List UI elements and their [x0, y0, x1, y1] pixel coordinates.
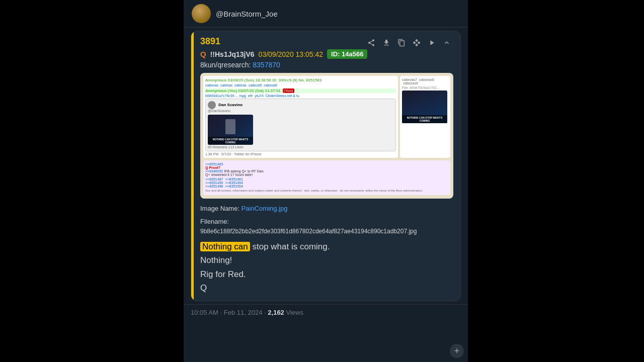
q-ref1: >>8351483: [205, 162, 448, 166]
tweet-name: Dan Scavino: [218, 103, 243, 107]
embedded-screenshot: Anonymous 03/08/20 (Sun) 18:38:56 ID: 30…: [200, 73, 453, 199]
tweet-time: 10:05 AM: [191, 309, 218, 316]
expand-button[interactable]: [425, 36, 438, 49]
post-action-buttons: [365, 36, 453, 49]
user-header: @BrainStorm_Joe: [184, 0, 468, 28]
move-button[interactable]: [410, 36, 423, 49]
right-img-text: NOTHING CAN STOP WHAT'S COMING: [402, 115, 447, 123]
post-text-line2: Nothing!: [200, 254, 453, 267]
board-link: 8kun/qresearch: 8357870: [200, 61, 453, 69]
embed-top-row: Anonymous 03/08/20 (Sun) 18:38:56 ID: 30…: [203, 76, 450, 158]
left-border-accent: [191, 31, 194, 301]
tweet-footer: 10:05 AM · Feb 11, 2024 · 2,162 Views +: [184, 304, 468, 320]
anon1-header: Anonymous 03/08/20 (Sun) 18:38:56 ID: 30…: [205, 78, 396, 82]
tweet-meta: 10:05 AM · Feb 11, 2024 · 2,162 Views: [191, 309, 303, 316]
ref-f: >>8351504: [225, 185, 243, 188]
up-icon: [443, 39, 451, 47]
trump-figure: [208, 117, 253, 137]
page-wrapper: @BrainStorm_Joe 3891: [0, 0, 644, 362]
image-name-label: Image Name:: [200, 205, 239, 212]
tweet-timestamp: 1:38 PM · 5/7/20 · Twitter for iPhone: [205, 152, 396, 156]
q-ref2-line: >>8346092 IFB asking Q+ to RT Dan.: [205, 169, 448, 173]
q-retweet-line: Q+ retweeted it 17 hours later!: [205, 173, 448, 176]
copy-button[interactable]: [395, 36, 408, 49]
download-icon: [382, 39, 390, 47]
ref-a: >>8351487: [205, 177, 223, 181]
post-text-line1: Nothing can stop what is coming.: [200, 240, 453, 253]
tweet-embed: Dan Scavino @DanScavino NOTHING CAN STOP…: [205, 99, 396, 151]
tweet-sep1: ·: [220, 309, 222, 316]
up-button[interactable]: [440, 36, 453, 49]
trump-img-text: NOTHING CAN STOP WHAT'S COMING: [208, 137, 253, 145]
q-note: IFB asking Q+ to RT Dan.: [224, 169, 264, 173]
q-identity-line: Q !!Hs1Jq13jV6 03/09/2020 13:05:42 ID: 1…: [200, 49, 453, 59]
ref-d: >>8351494: [225, 181, 243, 185]
anon2-section: Anonymous (You) 03/07/20 (Sat) 21:37:51 …: [205, 88, 396, 98]
q-proof-line: Q Proof?: [205, 166, 448, 169]
image-info: Image Name: PainComing.jpg: [200, 204, 453, 214]
tweet-avatar: [208, 101, 216, 109]
embed-right-panel: cabezas7 cabezas8 cabezas9 File: 400e70c…: [400, 76, 450, 158]
ref-b: >>8351481: [225, 177, 243, 181]
filename-info: Filename: 9b8e6c188f2b2bb2ed2fde303f61d8…: [200, 217, 453, 236]
board-name: 8kun/qresearch:: [200, 61, 251, 69]
avatar-image: [192, 4, 211, 23]
post-text: Nothing can stop what is coming. Nothing…: [200, 240, 453, 295]
image-name-value: PainComing.jpg: [242, 205, 288, 212]
avatar: [192, 4, 211, 23]
right-link2: File: 400e70c9a2c7d1...: [402, 86, 448, 89]
share-icon: [367, 39, 375, 47]
post-text-rest: stop what is coming.: [250, 242, 330, 251]
ref2-link: >>8346092: [205, 169, 223, 173]
embedded-image-content: Anonymous 03/08/20 (Sun) 18:38:56 ID: 30…: [200, 73, 453, 199]
retweet-info: 85 Retweets 113 Likes: [208, 145, 393, 149]
left-panel: [0, 0, 184, 362]
tweet-date: Feb 11, 2024: [224, 309, 263, 316]
post-text-line3: Rig for Red.: [200, 268, 453, 281]
filename-value: 9b8e6c188f2b2bb2ed2fde303f61d867802cde64…: [200, 228, 417, 235]
anon2-links: b6893d1a7c79c39 ... mpg eth ytu74 Clinkm…: [205, 94, 396, 98]
views-count: 2,162: [268, 309, 284, 316]
share-button[interactable]: [365, 36, 378, 49]
filename-label: Filename:: [200, 218, 229, 225]
post-text-line4: Q: [200, 282, 453, 295]
q-letter: Q: [200, 50, 206, 58]
q-post-card: 3891: [191, 31, 461, 301]
plus-button[interactable]: +: [450, 344, 464, 358]
post-header-row: 3891: [200, 36, 453, 49]
copy-icon: [397, 39, 406, 47]
tweet-handle: @DanScavino: [208, 109, 393, 113]
board-num: 8357870: [253, 61, 280, 69]
disclaimer: Any and all content, information and sub…: [205, 189, 448, 193]
q-refs-list: >>8351487 >>8351481: [205, 177, 448, 181]
highlighted-text: Nothing can: [200, 242, 250, 251]
post-number: 3891: [200, 36, 220, 47]
q-refs-list2: >>8351490 >>8351494: [205, 181, 448, 185]
q-post-inner: 3891: [191, 31, 460, 301]
move-icon: [413, 39, 421, 47]
q-proof-text: Q Proof?: [205, 166, 220, 169]
anon2-header: Anonymous (You) 03/07/20 (Sat) 21:37:51 …: [205, 88, 396, 93]
right-links: cabezas7 cabezas8 cabezas9: [402, 78, 448, 85]
tweet-sep2: ·: [264, 309, 266, 316]
ref-c: >>8351490: [205, 181, 223, 185]
q-id-badge: ID: 14a566: [327, 49, 367, 59]
ref1-link: >>8351483: [205, 162, 223, 166]
q-refs-list3: >>8351496 >>8351504: [205, 185, 448, 188]
download-button[interactable]: [380, 36, 393, 49]
username: @BrainStorm_Joe: [216, 10, 278, 18]
embed-anon1: Anonymous 03/08/20 (Sun) 18:38:56 ID: 30…: [203, 76, 398, 158]
expand-icon: [428, 39, 436, 47]
anon1-links: cabezas cabinas cabinas cabeza5 cabexa6: [205, 83, 396, 87]
ref-e: >>8351496: [205, 185, 223, 188]
q-tripcode: !!Hs1Jq13jV6: [210, 50, 255, 58]
figure-shape: [225, 119, 235, 134]
q-datetime: 03/09/2020 13:05:42: [259, 50, 323, 58]
you-badge: (You): [283, 88, 294, 93]
right-trump-img: NOTHING CAN STOP WHAT'S COMING: [402, 90, 447, 123]
id-value: 14a566: [342, 50, 363, 58]
right-panel: [468, 0, 644, 362]
main-content: @BrainStorm_Joe 3891: [184, 0, 468, 362]
views-label: Views: [286, 309, 303, 316]
trump-image: NOTHING CAN STOP WHAT'S COMING: [208, 115, 253, 145]
